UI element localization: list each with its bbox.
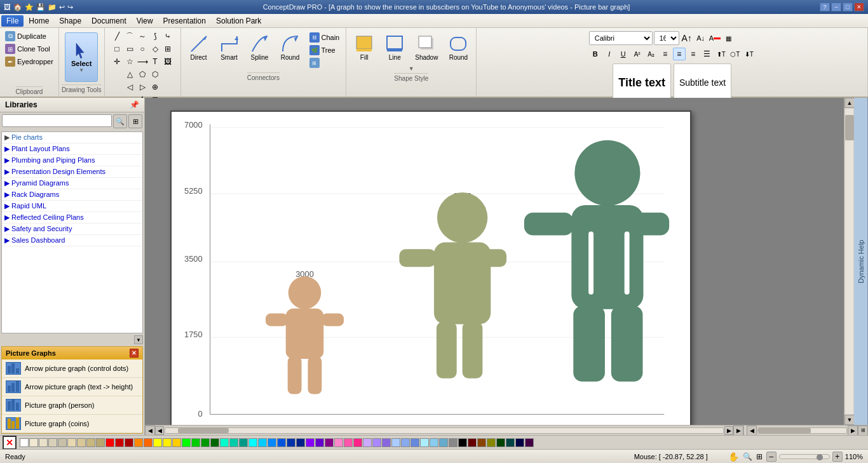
canvas-hscroll-right[interactable]: ▶ [848, 426, 858, 436]
swatch-orange2[interactable] [144, 438, 153, 447]
swatch-olive[interactable] [487, 438, 496, 447]
canvas-scroll-area[interactable]: 7000 5250 3500 1750 0 3 [145, 98, 844, 425]
zoom-plus-btn[interactable]: + [832, 452, 843, 462]
swatch-tan4[interactable] [96, 438, 105, 447]
vert-align-bot-btn[interactable]: ⬇T [743, 48, 756, 60]
menu-solution-park[interactable]: Solution Park [211, 15, 266, 27]
swatch-red2[interactable] [115, 438, 124, 447]
swatch-skyblue3[interactable] [439, 438, 448, 447]
search-btn[interactable]: 🔍 [113, 114, 127, 128]
lib-item-rack[interactable]: ▶Rack Diagrams [2, 189, 142, 201]
lib-item-plumbing[interactable]: ▶Plumbing and Piping Plans [2, 155, 142, 166]
hscroll-left-btn[interactable]: ◀ [145, 426, 155, 436]
swatch-teal1[interactable] [220, 438, 229, 447]
swatch-green3[interactable] [201, 438, 210, 447]
size-selector[interactable]: 16 [654, 31, 679, 45]
hscroll-track[interactable] [165, 427, 724, 434]
canvas-hscroll-track[interactable] [757, 427, 847, 434]
folder-icon[interactable]: 📁 [48, 3, 57, 11]
swatch-lightblue2[interactable] [401, 438, 410, 447]
swatch-green1[interactable] [182, 438, 191, 447]
swatch-purple1[interactable] [306, 438, 315, 447]
swatch-lavender2[interactable] [372, 438, 381, 447]
shape-extra3[interactable]: ⬡ [149, 69, 161, 80]
shape-extra1[interactable]: △ [124, 69, 135, 80]
swatch-lavender3[interactable] [382, 438, 391, 447]
diamond-tool[interactable]: ◇ [149, 43, 161, 55]
more-shapes-btn[interactable]: ⊞ [162, 43, 173, 55]
arc-tool[interactable]: ⌒ [124, 30, 135, 42]
canvas-hscroll-thumb[interactable] [758, 428, 811, 433]
swatch-darkgreen2[interactable] [496, 438, 505, 447]
direct-connector-btn[interactable]: Direct [185, 32, 213, 63]
vscroll-down-btn[interactable]: ▼ [844, 415, 855, 425]
star-tool[interactable]: ☆ [124, 56, 135, 67]
dynamic-help[interactable]: Dynamic Help [854, 98, 868, 425]
lib-item-pyramid[interactable]: ▶Pyramid Diagrams [2, 178, 142, 189]
swatch-yellow1[interactable] [153, 438, 162, 447]
vscroll-thumb[interactable] [845, 115, 854, 140]
shape-extra5[interactable]: ▷ [137, 81, 148, 93]
swatch-darkteal[interactable] [506, 438, 515, 447]
swatch-darkred[interactable] [468, 438, 477, 447]
swatch-purple3[interactable] [325, 438, 334, 447]
hscroll-page-left[interactable]: ◀ [155, 426, 164, 435]
swatch-tan2[interactable] [77, 438, 86, 447]
select-btn[interactable]: Select ▼ [65, 32, 98, 82]
no-color-swatch[interactable]: ✕ [3, 436, 17, 450]
rect-tool[interactable]: □ [111, 43, 123, 55]
subtitle-style-btn[interactable]: Subtitle text [674, 64, 731, 102]
spline-connector-btn[interactable]: Spline [246, 32, 274, 63]
pg-close-btn[interactable]: ✕ [130, 349, 139, 358]
underline-btn[interactable]: U [617, 48, 630, 60]
swatch-light1[interactable] [29, 438, 38, 447]
align-justify-btn[interactable]: ☰ [701, 48, 714, 60]
italic-btn[interactable]: I [603, 48, 616, 60]
zoom-minus-btn[interactable]: – [766, 452, 776, 462]
hscroll-right-btn[interactable]: ▶ [733, 426, 743, 436]
redo-icon[interactable]: ↪ [67, 3, 73, 11]
rounded-rect-tool[interactable]: ▭ [124, 43, 135, 55]
swatch-orange1[interactable] [134, 438, 143, 447]
freehand-tool[interactable]: ～ [137, 30, 148, 42]
swatch-red3[interactable] [125, 438, 133, 447]
zigzag-tool[interactable]: ⟆ [149, 30, 161, 42]
font-selector[interactable]: Calibri [589, 31, 653, 45]
drawing-canvas[interactable]: 7000 5250 3500 1750 0 3 [170, 111, 691, 425]
swatch-black[interactable] [458, 438, 467, 447]
lib-scroll-btn[interactable]: ▼ [134, 335, 143, 344]
tree-connector-btn[interactable]: 🌿 Tree [307, 44, 342, 56]
highlight-btn[interactable]: ▦ [722, 32, 735, 44]
eyedropper-btn[interactable]: ✒ Eyedropper [3, 56, 56, 67]
lib-item-presentation[interactable]: ▶Presentation Design Elements [2, 166, 142, 178]
select-dropdown-arrow[interactable]: ▼ [79, 67, 84, 73]
swatch-blue2[interactable] [277, 438, 286, 447]
shadow-btn[interactable]: Shadow [411, 32, 442, 63]
lib-item-pie-charts[interactable]: ▶Pie charts [2, 132, 142, 144]
shape-style-expand[interactable]: ▼ [409, 65, 414, 72]
lib-item-sales[interactable]: ▶Sales Dashboard [2, 235, 142, 246]
swatch-pink3[interactable] [353, 438, 362, 447]
swatch-light3[interactable] [48, 438, 57, 447]
bezier-tool[interactable]: ⤷ [162, 30, 173, 42]
fit-page-btn[interactable]: ⊞ [756, 452, 763, 461]
swatch-darkorange[interactable] [477, 438, 486, 447]
maximize-btn[interactable]: □ [843, 3, 853, 11]
hscroll-page-right[interactable]: ▶ [724, 426, 733, 435]
zoom-thumb[interactable] [817, 454, 823, 460]
swatch-light4[interactable] [58, 438, 67, 447]
line-tool[interactable]: ╱ [111, 30, 123, 42]
round-style-btn[interactable]: Round [444, 32, 472, 63]
swatch-tan1[interactable] [67, 438, 76, 447]
menu-shape[interactable]: Shape [54, 15, 86, 27]
swatch-blue1[interactable] [268, 438, 276, 447]
hscroll-thumb[interactable] [178, 428, 229, 433]
lib-item-safety[interactable]: ▶Safety and Security [2, 224, 142, 235]
subscript-btn[interactable]: A₂ [645, 48, 658, 60]
font-shrink-btn[interactable]: A↓ [695, 32, 707, 44]
swatch-lightblue3[interactable] [410, 438, 419, 447]
pg-item-coins[interactable]: Picture graph (coins) [2, 415, 142, 433]
pin-icon[interactable]: 📌 [130, 100, 139, 109]
zoom-slider[interactable] [779, 454, 830, 459]
swatch-yellow3[interactable] [172, 438, 181, 447]
